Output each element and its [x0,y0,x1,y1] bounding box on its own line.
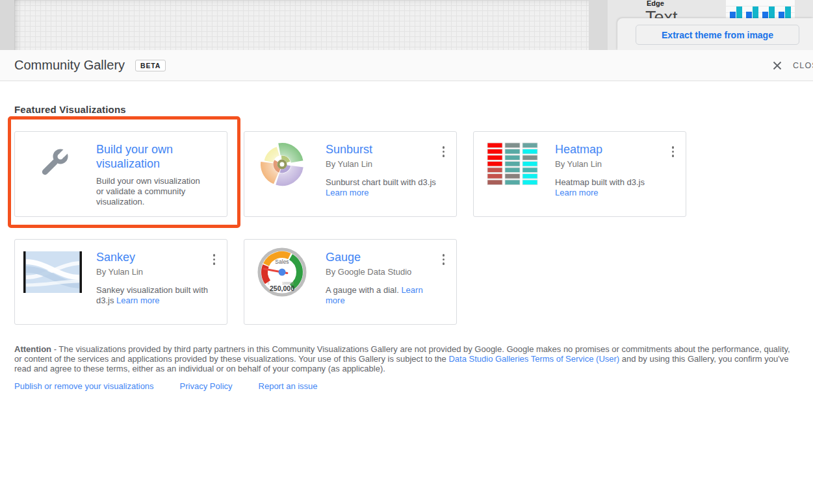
theme-panel: Edge Text Extract theme from image [608,0,813,50]
bar-group [762,6,775,19]
card-text: Build your own visualization Build your … [96,132,227,207]
card-description-text: Heatmap built with d3.js [555,177,645,187]
card-byline: By Yulan Lin [326,159,456,170]
attention-label: Attention [14,344,51,354]
card-byline: By Yulan Lin [96,267,227,277]
card-byline: By Google Data Studio [326,267,456,277]
community-gallery-modal: Community Gallery BETA CLOSE Featured Vi… [0,50,813,504]
card-description-text: A gauge with a dial. [326,285,399,295]
page-title: Community Gallery [14,58,125,73]
gallery-card-heatmap[interactable]: Heatmap By Yulan Lin Heatmap built with … [473,131,686,217]
card-description-text: Sunburst chart built with d3.js [326,177,436,187]
sunburst-thumbnail [252,134,312,194]
privacy-policy-link[interactable]: Privacy Policy [180,381,233,391]
close-label[interactable]: CLOSE [793,61,813,70]
card-title[interactable]: Heatmap [555,142,672,157]
card-description: Sankey visualization built with d3.js Le… [96,285,208,306]
card-description: Heatmap built with d3.js Learn more [555,177,667,198]
extract-theme-button[interactable]: Extract theme from image [636,25,799,45]
report-editor-background: Edge Text Extract theme from image [0,0,813,50]
report-canvas [14,0,589,50]
card-description: A gauge with a dial. Learn more [326,285,437,306]
card-text: Gauge By Google Data Studio A gauge with… [326,240,456,306]
card-title[interactable]: Sunburst [326,142,443,157]
card-description: Sunburst chart built with d3.js Learn mo… [326,177,437,198]
card-text: Sunburst By Yulan Lin Sunburst chart bui… [326,132,456,198]
card-text: Heatmap By Yulan Lin Heatmap built with … [555,132,686,198]
card-menu-button[interactable] [440,251,448,268]
terms-of-service-link[interactable]: Data Studio Galleries Terms of Service (… [448,354,619,364]
canvas-panel-gutter [589,0,608,50]
publish-or-remove-link[interactable]: Publish or remove your visualizations [14,381,154,391]
wrench-icon [23,134,83,194]
gauge-label: Sales [275,258,289,265]
card-description: Build your own visualization or validate… [96,176,208,207]
extract-theme-section: Extract theme from image [617,18,813,50]
screen: Edge Text Extract theme from image Commu… [0,0,813,504]
learn-more-link[interactable]: Learn more [116,296,159,305]
card-menu-button[interactable] [211,251,218,268]
footer-links: Publish or remove your visualizations Pr… [14,381,799,391]
learn-more-link[interactable]: Learn more [555,188,598,197]
modal-header: Community Gallery BETA CLOSE [0,50,813,81]
gallery-card-gauge[interactable]: Sales 0 1000000 250,000 Gauge By Google … [244,239,457,325]
sankey-thumbnail [23,242,83,302]
report-an-issue-link[interactable]: Report an issue [259,381,318,391]
beta-badge: BETA [135,60,166,71]
featured-cards-grid: Build your own visualization Build your … [14,131,686,325]
close-icon[interactable] [772,60,782,71]
bar-group [746,6,758,19]
card-menu-button[interactable] [669,144,677,160]
theme-bar-chart-bars [730,6,791,19]
heatmap-thumbnail [482,134,541,194]
section-title: Featured Visualizations [14,104,799,115]
theme-edge-label: Edge [647,0,664,7]
modal-body: Featured Visualizations [0,104,813,391]
bar-group [779,6,791,19]
card-title[interactable]: Build your own visualization [96,142,213,171]
gauge-value: 250,000 [270,284,294,292]
card-title[interactable]: Gauge [326,250,443,264]
gallery-card-build-your-own[interactable]: Build your own visualization Build your … [14,131,227,217]
attention-note: Attention - The visualizations provided … [14,344,799,373]
bar-group [730,6,742,19]
card-text: Sankey By Yulan Lin Sankey visualization… [96,240,227,306]
card-byline: By Yulan Lin [555,159,686,170]
card-description-text: Build your own visualization or validate… [96,176,200,207]
editor-left-rail [0,0,14,50]
close-button[interactable]: CLOSE [772,50,813,81]
card-title[interactable]: Sankey [96,250,213,264]
gauge-thumbnail: Sales 0 1000000 250,000 [252,242,312,302]
card-menu-button[interactable] [440,144,448,160]
gallery-card-sankey[interactable]: Sankey By Yulan Lin Sankey visualization… [14,239,227,325]
gallery-card-sunburst[interactable]: Sunburst By Yulan Lin Sunburst chart bui… [244,131,457,217]
learn-more-link[interactable]: Learn more [326,188,368,197]
